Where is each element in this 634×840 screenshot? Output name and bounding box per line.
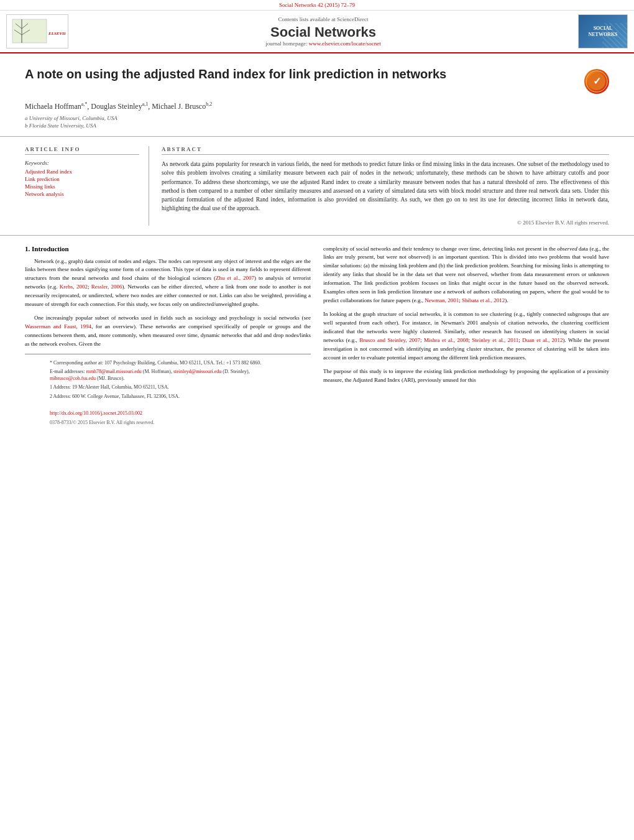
email-brusco[interactable]: mibrusco@cob.fsu.edu (50, 376, 96, 381)
doi-section: http://dx.doi.org/10.1016/j.socnet.2015.… (25, 407, 311, 420)
keyword-link-prediction: Link prediction (25, 176, 139, 182)
intro-para1: Network (e.g., graph) data consist of no… (25, 257, 311, 310)
abstract-text: As network data gains popularity for res… (162, 160, 609, 213)
two-col-section: ARTICLE INFO Keywords: Adjusted Rand ind… (0, 137, 634, 236)
affil-a: a University of Missouri, Columbia, USA (25, 115, 609, 121)
doi-link[interactable]: http://dx.doi.org/10.1016/j.socnet.2015.… (50, 410, 142, 416)
journal-name: Social Networks (68, 24, 578, 40)
ref-duan2012[interactable]: Duan et al., 2012 (522, 337, 563, 343)
email-steinley[interactable]: steinleyd@missouri.edu (173, 369, 221, 374)
keyword-adjusted-rand: Adjusted Rand index (25, 168, 139, 175)
svg-rect-0 (12, 19, 47, 43)
journal-homepage: journal homepage: www.elsevier.com/locat… (68, 40, 578, 47)
right-col-text: complexity of social networks and their … (323, 245, 609, 385)
ref-steinley2011[interactable]: Steinley et al., 2011 (472, 337, 518, 343)
footnote-1: * Corresponding author at: 107 Psycholog… (50, 359, 286, 366)
social-networks-logo: SOCIALNETWORKS (578, 14, 628, 48)
body-left-column: 1. Introduction Network (e.g., graph) da… (25, 245, 311, 430)
intro-heading: 1. Introduction (25, 245, 311, 252)
contents-available-text: Contents lists available at ScienceDirec… (68, 16, 578, 22)
article-title-row: A note on using the adjusted Rand index … (25, 66, 609, 94)
article-header: A note on using the adjusted Rand index … (0, 53, 634, 137)
body-section: 1. Introduction Network (e.g., graph) da… (0, 236, 634, 440)
article-info-heading: ARTICLE INFO (25, 146, 139, 155)
article-title: A note on using the adjusted Rand index … (25, 66, 446, 82)
footnote-2: 1 Address: 19 McAlester Hall, Columbia, … (50, 384, 286, 390)
intro-para2: One increasingly popular subset of netwo… (25, 314, 311, 349)
journal-ref-text: Social Networks 42 (2015) 72–79 (279, 2, 355, 8)
ref-shibata2012[interactable]: Shibata et al., 2012 (462, 297, 505, 303)
author-affiliations: a University of Missouri, Columbia, USA … (25, 115, 609, 129)
footnote-3: 2 Address: 600 W. College Avenue, Tallah… (50, 393, 286, 400)
ref-mishra2008[interactable]: Mishra et al., 2008 (424, 337, 468, 343)
right-para1: complexity of social networks and their … (323, 245, 609, 306)
svg-text:ELSEVIER: ELSEVIER (48, 31, 65, 36)
ref-ressler2006[interactable]: Ressler, 2006 (91, 284, 122, 290)
body-right-column: complexity of social networks and their … (323, 245, 609, 430)
email-hoffman[interactable]: mmh78@mail.missouri.edu (86, 369, 142, 374)
homepage-label: journal homepage: (265, 40, 307, 47)
ref-krebs2002[interactable]: Krebs, 2002 (60, 284, 88, 290)
footnote-email: E-mail addresses: mmh78@mail.missouri.ed… (50, 368, 286, 382)
ref-newman2001[interactable]: Newman, 2001 (425, 297, 459, 303)
right-para3: The purpose of this study is to improve … (323, 367, 609, 385)
keyword-missing-links: Missing links (25, 183, 139, 190)
journal-title-center: Contents lists available at ScienceDirec… (68, 16, 578, 47)
footnotes-section: * Corresponding author at: 107 Psycholog… (25, 354, 311, 407)
abstract-heading: ABSTRACT (162, 146, 609, 155)
banner-top-bar: Social Networks 42 (2015) 72–79 (0, 0, 634, 11)
homepage-link[interactable]: www.elsevier.com/locate/socnet (309, 40, 381, 47)
banner-main: ELSEVIER Contents lists available at Sci… (0, 11, 634, 52)
affil-b: b Florida State University, USA (25, 122, 609, 129)
abstract-column: ABSTRACT As network data gains popularit… (162, 146, 609, 226)
copyright-text: © 2015 Elsevier B.V. All rights reserved… (162, 219, 609, 226)
ref-brusco2007[interactable]: Brusco and Steinley, 2007 (359, 337, 420, 343)
authors-text: Michaela Hoffmana,*, Douglas Steinleya,1… (25, 102, 212, 111)
keyword-network-analysis: Network analysis (25, 191, 139, 197)
intro-body: Network (e.g., graph) data consist of no… (25, 257, 311, 349)
article-authors: Michaela Hoffmana,*, Douglas Steinleya,1… (25, 101, 609, 111)
ref-zhu2007[interactable]: Zhu et al., 2007 (216, 275, 254, 281)
issn-line: 0378-8733/© 2015 Elsevier B.V. All right… (25, 420, 311, 430)
crossmark-logo[interactable]: ✓ (584, 69, 609, 94)
elsevier-logo: ELSEVIER (6, 14, 68, 48)
svg-text:✓: ✓ (593, 76, 601, 86)
keywords-label: Keywords: (25, 160, 139, 166)
right-para2: In looking at the graph structure of soc… (323, 310, 609, 362)
journal-banner: Social Networks 42 (2015) 72–79 ELSEVIER… (0, 0, 634, 53)
article-info-column: ARTICLE INFO Keywords: Adjusted Rand ind… (25, 146, 149, 226)
ref-wasserman1994[interactable]: Wasserman and Faust, 1994 (25, 323, 91, 330)
